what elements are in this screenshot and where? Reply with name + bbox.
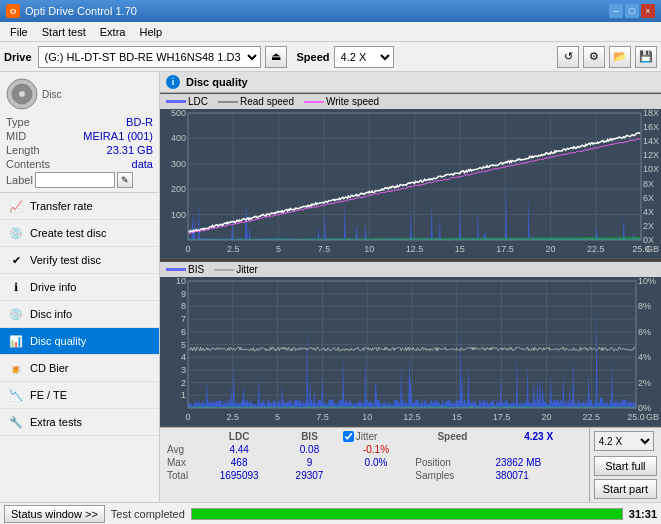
lower-chart [160, 277, 661, 426]
nav-verify-test-label: Verify test disc [30, 254, 101, 266]
app-title: Opti Drive Control 1.70 [25, 5, 137, 17]
menubar: File Start test Extra Help [0, 22, 661, 42]
nav-fe-te[interactable]: 📉 FE / TE [0, 382, 159, 409]
status-window-button[interactable]: Status window >> [4, 505, 105, 523]
nav-create-test-disc[interactable]: 💿 Create test disc [0, 220, 159, 247]
stats-header-bis: BIS [279, 430, 339, 443]
contents-value: data [132, 158, 153, 170]
nav-fe-te-label: FE / TE [30, 389, 67, 401]
contents-label: Contents [6, 158, 50, 170]
jitter-legend-label: Jitter [236, 264, 258, 275]
disc-section: Disc Type BD-R MID MEIRA1 (001) Length 2… [0, 72, 159, 193]
position-value: 23862 MB [493, 456, 585, 469]
fe-te-icon: 📉 [8, 387, 24, 403]
settings-button[interactable]: ⚙ [583, 46, 605, 68]
bis-legend-color [166, 268, 186, 271]
transfer-rate-icon: 📈 [8, 198, 24, 214]
mid-value: MEIRA1 (001) [83, 130, 153, 142]
chart-header-icon: i [166, 75, 180, 89]
disc-icon [6, 78, 38, 110]
svg-point-2 [19, 91, 25, 97]
progress-bar [191, 508, 623, 520]
ldc-legend-color [166, 100, 186, 103]
upper-chart-area: LDC Read speed Write speed [160, 94, 661, 258]
upper-legend: LDC Read speed Write speed [160, 94, 661, 109]
nav-disc-info[interactable]: 💿 Disc info [0, 301, 159, 328]
read-speed-legend-label: Read speed [240, 96, 294, 107]
disc-length-row: Length 23.31 GB [6, 144, 153, 156]
length-value: 23.31 GB [107, 144, 153, 156]
drive-select[interactable]: (G:) HL-DT-ST BD-RE WH16NS48 1.D3 [38, 46, 261, 68]
nav-cd-bier[interactable]: 🍺 CD Bier [0, 355, 159, 382]
lower-legend: BIS Jitter [160, 262, 661, 277]
avg-ldc: 4.44 [199, 443, 279, 456]
drive-label: Drive [4, 51, 32, 63]
right-panel: i Disc quality LDC Read speed Write spee… [160, 72, 661, 502]
stats-header-ldc: LDC [199, 430, 279, 443]
open-button[interactable]: 📂 [609, 46, 631, 68]
menu-start-test[interactable]: Start test [36, 24, 92, 40]
progress-bar-fill [192, 509, 622, 519]
nav-transfer-rate-label: Transfer rate [30, 200, 93, 212]
disc-type-row: Type BD-R [6, 116, 153, 128]
status-bar: Status window >> Test completed 31:31 [0, 502, 661, 524]
write-speed-legend: Write speed [304, 96, 379, 107]
nav-cd-bier-label: CD Bier [30, 362, 69, 374]
cd-bier-icon: 🍺 [8, 360, 24, 376]
menu-extra[interactable]: Extra [94, 24, 132, 40]
jitter-legend: Jitter [214, 264, 258, 275]
nav-drive-info[interactable]: ℹ Drive info [0, 274, 159, 301]
drive-info-icon: ℹ [8, 279, 24, 295]
nav-drive-info-label: Drive info [30, 281, 76, 293]
stats-header-speed: Speed [412, 430, 492, 443]
lower-chart-area: BIS Jitter [160, 262, 661, 426]
nav-items: 📈 Transfer rate 💿 Create test disc ✔ Ver… [0, 193, 159, 502]
write-speed-legend-color [304, 101, 324, 103]
avg-label: Avg [164, 443, 199, 456]
speed-select-stats[interactable]: 4.2 X [594, 431, 654, 451]
refresh-button[interactable]: ↺ [557, 46, 579, 68]
menu-help[interactable]: Help [133, 24, 168, 40]
save-button[interactable]: 💾 [635, 46, 657, 68]
stats-header-empty [164, 430, 199, 443]
create-test-icon: 💿 [8, 225, 24, 241]
chart-title: Disc quality [186, 76, 248, 88]
status-time: 31:31 [629, 508, 657, 520]
upper-chart-canvas [160, 109, 661, 258]
start-part-button[interactable]: Start part [594, 479, 657, 499]
chart-header: i Disc quality [160, 72, 661, 93]
ldc-legend-label: LDC [188, 96, 208, 107]
nav-disc-quality[interactable]: 📊 Disc quality [0, 328, 159, 355]
disc-mid-row: MID MEIRA1 (001) [6, 130, 153, 142]
minimize-button[interactable]: – [609, 4, 623, 18]
nav-extra-tests-label: Extra tests [30, 416, 82, 428]
type-value: BD-R [126, 116, 153, 128]
length-label: Length [6, 144, 40, 156]
jitter-checkbox[interactable] [343, 431, 354, 442]
total-label: Total [164, 469, 199, 482]
main-content: Disc Type BD-R MID MEIRA1 (001) Length 2… [0, 72, 661, 502]
speed-select-row: 4.2 X [594, 431, 657, 451]
maximize-button[interactable]: □ [625, 4, 639, 18]
write-speed-legend-label: Write speed [326, 96, 379, 107]
label-input[interactable] [35, 172, 115, 188]
status-text: Test completed [111, 508, 185, 520]
titlebar-buttons: – □ × [609, 4, 655, 18]
label-edit-button[interactable]: ✎ [117, 172, 133, 188]
menu-file[interactable]: File [4, 24, 34, 40]
nav-disc-info-label: Disc info [30, 308, 72, 320]
max-jitter: 0.0% [340, 456, 413, 469]
eject-button[interactable]: ⏏ [265, 46, 287, 68]
speed-header-label: Speed [437, 431, 467, 442]
disc-header: Disc [6, 78, 153, 110]
nav-verify-test-disc[interactable]: ✔ Verify test disc [0, 247, 159, 274]
ldc-legend: LDC [166, 96, 208, 107]
nav-transfer-rate[interactable]: 📈 Transfer rate [0, 193, 159, 220]
start-full-button[interactable]: Start full [594, 456, 657, 476]
close-button[interactable]: × [641, 4, 655, 18]
nav-extra-tests[interactable]: 🔧 Extra tests [0, 409, 159, 436]
jitter-checkbox-label[interactable]: Jitter [343, 431, 410, 442]
jitter-legend-color [214, 269, 234, 271]
mid-label: MID [6, 130, 26, 142]
speed-select[interactable]: 4.2 X [334, 46, 394, 68]
